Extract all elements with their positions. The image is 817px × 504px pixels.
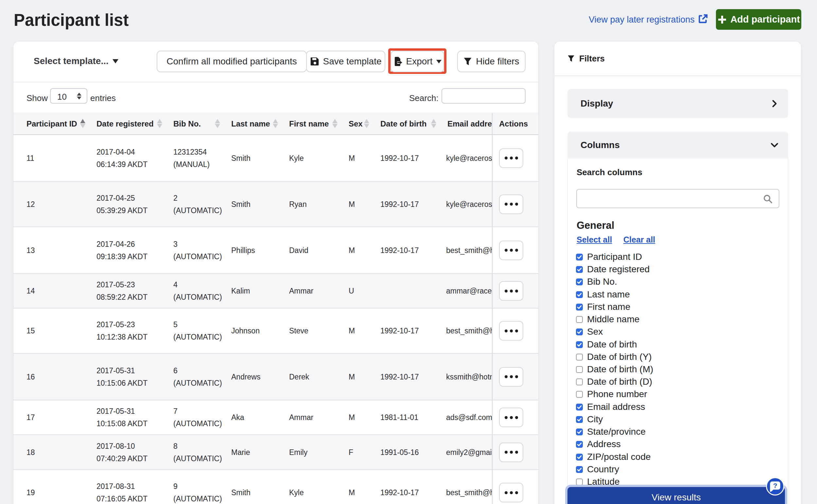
svg-text:?: ? [773,482,777,489]
